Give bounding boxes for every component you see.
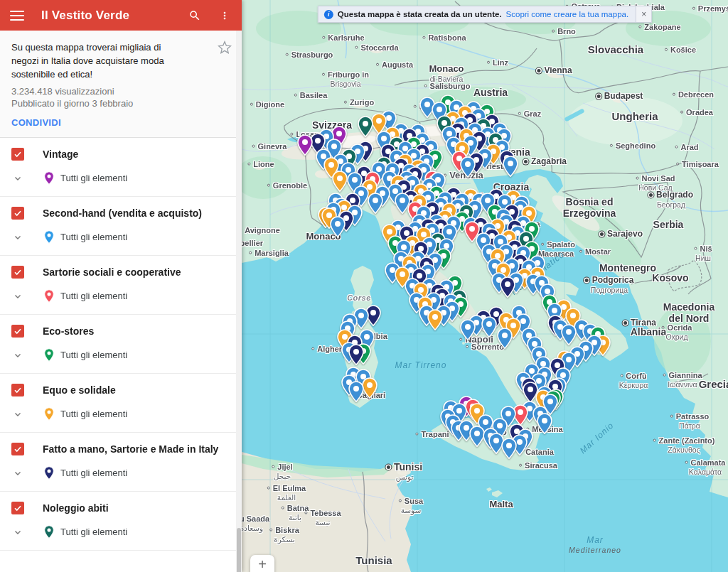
layers-list: Vintage Tutti gli elementi Second-hand (…	[0, 138, 242, 551]
layer-checkbox[interactable]	[11, 207, 24, 220]
info-icon: i	[324, 10, 333, 19]
sidebar-header: Il Vestito Verde	[0, 0, 242, 31]
layer-items-label[interactable]: Tutti gli elementi	[60, 232, 127, 242]
layer-checkbox[interactable]	[11, 266, 24, 279]
chevron-down-icon[interactable]	[12, 468, 23, 479]
layer-pin-icon	[44, 171, 54, 185]
menu-icon[interactable]	[10, 11, 24, 21]
layer-pin-icon	[44, 525, 54, 539]
layer-checkbox[interactable]	[11, 325, 24, 338]
map-title: Il Vestito Verde	[41, 9, 172, 23]
layer-label[interactable]: Eco-stores	[43, 325, 94, 337]
layer-pin-icon	[44, 289, 54, 303]
map-pin[interactable]	[497, 328, 513, 352]
chevron-down-icon[interactable]	[12, 232, 23, 243]
layer-checkbox[interactable]	[11, 443, 24, 455]
user-map-banner: i Questa mappa è stata creata da un uten…	[318, 6, 652, 23]
map-canvas[interactable]: CechiaOstravaBielsko-bialaPrzemyślBrnoZa…	[242, 0, 728, 572]
map-pin[interactable]	[500, 276, 515, 301]
layer-items-label[interactable]: Tutti gli elementi	[60, 527, 127, 537]
publish-date: Pubblicato il giorno 3 febbraio	[11, 98, 230, 109]
layer-pin-icon	[44, 230, 54, 244]
layer-items-label[interactable]: Tutti gli elementi	[60, 468, 127, 478]
scrollbar-thumb[interactable]	[237, 528, 241, 572]
map-pin[interactable]	[348, 381, 364, 405]
map-pin[interactable]	[503, 156, 518, 180]
layer-block: Sartorie sociali e cooperative Tutti gli…	[0, 256, 242, 315]
chevron-down-icon[interactable]	[12, 409, 23, 420]
layer-label[interactable]: Equo e solidale	[43, 384, 116, 396]
search-icon[interactable]	[188, 9, 202, 23]
my-maps-app: Il Vestito Verde Su questa mappa trovera…	[0, 0, 728, 572]
layer-items-label[interactable]: Tutti gli elementi	[60, 350, 127, 360]
map-pin[interactable]	[460, 319, 476, 343]
layer-label[interactable]: Sartorie sociali e cooperative	[43, 266, 181, 278]
sidebar: Il Vestito Verde Su questa mappa trovera…	[0, 0, 242, 572]
map-pin[interactable]	[297, 134, 313, 158]
chevron-down-icon[interactable]	[12, 173, 23, 184]
map-pin[interactable]	[332, 171, 348, 195]
map-pin[interactable]	[348, 344, 364, 368]
map-description-panel: Su questa mappa troverai migliaia di neg…	[0, 31, 242, 138]
layer-label[interactable]: Second-hand (vendita e acquisto)	[43, 207, 202, 219]
banner-text: Questa mappa è stata creata da un utente…	[338, 10, 502, 18]
map-pin[interactable]	[358, 116, 373, 140]
map-pin[interactable]	[362, 377, 378, 401]
layer-pin-icon	[44, 348, 54, 362]
layer-items-label[interactable]: Tutti gli elementi	[60, 173, 127, 183]
layer-block: Vintage Tutti gli elementi	[0, 138, 242, 197]
layer-pin-icon	[44, 466, 54, 480]
layer-label[interactable]: Fatto a mano, Sartorie e Made in Italy	[43, 443, 218, 455]
map-pin[interactable]	[368, 193, 383, 217]
map-description: Su questa mappa troverai migliaia di neg…	[11, 41, 191, 81]
zoom-in-button[interactable]: +	[250, 555, 274, 572]
layer-checkbox[interactable]	[11, 148, 24, 161]
map-pin[interactable]	[481, 316, 497, 340]
map-pin[interactable]	[427, 309, 443, 333]
view-count: 3.234.418 visualizzazioni	[11, 86, 230, 97]
layer-block: Noleggio abiti Tutti gli elementi	[0, 492, 242, 551]
layer-label[interactable]: Noleggio abiti	[43, 502, 109, 514]
layer-pin-icon	[44, 407, 54, 421]
layer-block: Second-hand (vendita e acquisto) Tutti g…	[0, 197, 242, 256]
layer-checkbox[interactable]	[11, 502, 24, 514]
layer-block: Equo e solidale Tutti gli elementi	[0, 374, 242, 433]
banner-close-button[interactable]: ×	[636, 6, 651, 22]
layer-block: Eco-stores Tutti gli elementi	[0, 315, 242, 374]
share-button[interactable]: CONDIVIDI	[11, 117, 61, 128]
map-pin[interactable]	[537, 413, 552, 437]
chevron-down-icon[interactable]	[12, 350, 23, 361]
layer-items-label[interactable]: Tutti gli elementi	[60, 409, 127, 419]
layer-label[interactable]: Vintage	[43, 149, 78, 160]
layer-items-label[interactable]: Tutti gli elementi	[60, 291, 127, 301]
star-icon[interactable]	[218, 41, 232, 58]
map-pin[interactable]	[561, 324, 577, 348]
banner-link[interactable]: Scopri come creare la tua mappa.	[506, 10, 629, 18]
more-options-icon[interactable]	[218, 9, 232, 23]
sidebar-scrollbar[interactable]	[236, 31, 242, 572]
map-pin[interactable]	[330, 216, 346, 240]
map-pin[interactable]	[460, 156, 476, 180]
chevron-down-icon[interactable]	[12, 527, 23, 538]
basemap	[242, 0, 728, 572]
layer-block: Fatto a mano, Sartorie e Made in Italy T…	[0, 433, 242, 492]
chevron-down-icon[interactable]	[12, 291, 23, 302]
layer-checkbox[interactable]	[11, 384, 24, 396]
map-pin[interactable]	[501, 438, 517, 462]
